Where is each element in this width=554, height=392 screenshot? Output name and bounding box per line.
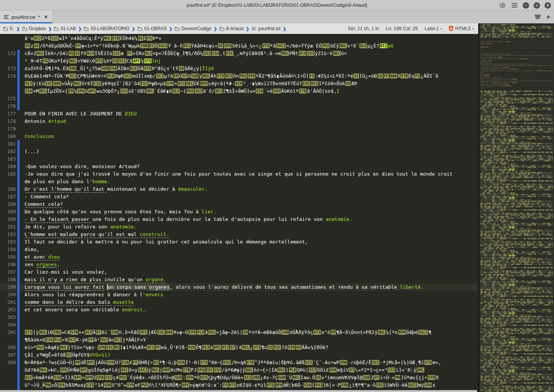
- control-char-badge: SI: [353, 74, 359, 78]
- code-row[interactable]: 201comme dans le délire des bals musette: [0, 299, 478, 306]
- code-row[interactable]: 192L'homme est malade parce qu'il est ma…: [0, 231, 478, 238]
- code-row[interactable]: 194dieu,: [0, 246, 478, 253]
- code-row[interactable]: 197Car liez-moi si vous voulez,: [0, 268, 478, 276]
- code-row[interactable]: DLE<kmÂºêÀSSA×Ì}âAPC>BPHÚSPACSIç4PU2¯Éýê…: [0, 374, 478, 381]
- code-row[interactable]: 198mais il n'y a rien de plus inutile qu…: [0, 276, 478, 283]
- code-text: [104, 284, 107, 290]
- code-row[interactable]: â'oDC2ZºßCSIwÍº´n4åÓüCq:Ê*ÿNULETBÊÛh46¼R…: [0, 35, 478, 42]
- breadcrumb-item-01-lab[interactable]: 01-LAB: [54, 26, 76, 31]
- code-row[interactable]: 204: [0, 321, 478, 329]
- code-row[interactable]: de plus en plus dans l'homme.: [0, 178, 478, 185]
- code-text: 16|»·P: [323, 382, 341, 388]
- code-row[interactable]: 177POUR EN FINIR AVEC LE JUGEMENT DE DIE…: [0, 110, 478, 118]
- control-char-badge: DLE: [172, 89, 180, 93]
- line-number: 185: [0, 170, 17, 178]
- code-text: cÄ×Z: [25, 51, 36, 56]
- tab-list-icon[interactable]: [535, 15, 541, 19]
- code-row[interactable]: 191Je dis, pour lui refaire son anatomie…: [0, 223, 478, 231]
- chevron-down-icon: ▾: [440, 27, 442, 31]
- control-char-badge: PU2: [119, 375, 127, 380]
- code-row[interactable]: 190- En le faisant passer une fois de pl…: [0, 216, 478, 223]
- code-row[interactable]: 196ses organes.: [0, 261, 478, 268]
- code-text: ãÄè¿y|: [184, 66, 202, 71]
- code-row[interactable]: 176: [0, 103, 478, 110]
- breadcrumb-item-03-laboratorio[interactable]: 03-LABORATORIO: [84, 26, 129, 31]
- tab-close-icon[interactable]: ✕: [44, 14, 48, 20]
- code-row[interactable]: USzUS/õºëEµûDÛkÊ~FFφ«í>*×"?òÓknþ.8¯WµµkI…: [0, 42, 478, 50]
- breadcrumb-chevron-icon: ❯: [48, 26, 52, 31]
- code-row[interactable]: 199Lorsque vous lui aurez fait un corps …: [0, 283, 478, 291]
- code-text: ºÖ: [194, 375, 200, 380]
- breadcrumb-item-8-artaud[interactable]: 8-Artaud: [219, 26, 244, 31]
- code-row[interactable]: ¶ßàùk>OESAPLU×9DC3K·ýêFFã¹OSCãoDC1jºÂÑ[F…: [0, 336, 478, 344]
- code-row[interactable]: 173¢uÍ©FÓ-Ò¶íªk.ËâENQ¸Õ|²¿75æSUBESAÄÍBoD…: [0, 65, 478, 72]
- code-row[interactable]: 186Or c'est l'homme qu'il faut maintenan…: [0, 185, 478, 193]
- code-row[interactable]: 183: [0, 155, 478, 163]
- code-row[interactable]: ûd?6êNUL»k©,SPAÛ©ÑêAPCgùÏñqSφªìájOSCõ»yS…: [0, 366, 478, 374]
- code-text: æ: [121, 51, 127, 56]
- control-char-badge: PU2: [37, 345, 44, 350]
- code-row[interactable]: 207Çåî_±ºWgË»ëTôßSIÜφfGY$VVû»¼ïJ: [0, 351, 478, 359]
- code-row[interactable]: 175: [0, 95, 478, 103]
- new-tab-button[interactable]: +: [546, 14, 550, 20]
- code-row[interactable]: SCIý¦EùESCNAKvûÃÿNULÙr6ÏCSIýê¥q¢Í¨|ß2¯û4…: [0, 80, 478, 87]
- control-char-badge: HTS: [95, 58, 103, 63]
- text-editor-area[interactable]: â'oDC2ZºßCSIwÍº´n4åÓüCq:Ê*ÿNULETBÊÛh46¼R…: [0, 34, 478, 392]
- menu-icon[interactable]: [511, 2, 518, 9]
- code-text: K·ýê: [76, 337, 88, 343]
- code-row[interactable]: 187- Comment cela?: [0, 193, 478, 201]
- control-char-badge: SI: [66, 352, 72, 357]
- code-row[interactable]: 1746¼Eâèî<Nª~TÚk'MSCIÇP¶¼Ù#nV÷©PLDDφRSCI…: [0, 72, 478, 80]
- breadcrumb-item-e:[interactable]: E:: [3, 26, 14, 31]
- minimap[interactable]: â'oDC2ZºßCSIwÍº´n4åÓüCq:Ê*ÿNULETBÊÛh46¼R…: [478, 23, 554, 392]
- breadcrumb-item-dropbox[interactable]: Dropbox: [22, 26, 46, 31]
- control-char-badge: SCI: [156, 74, 164, 78]
- code-row[interactable]: 184-Que voulez-vous dire, monsieur Artau…: [0, 163, 478, 170]
- minimize-button[interactable]: −: [523, 2, 529, 9]
- code-row[interactable]: SSA×MNELÏµZÕ5«{EM¼SPAûAPCwu3OþËº¿SS3sE'û…: [0, 87, 478, 95]
- code-row[interactable]: 200Alors vous lui réapprendrez à danser …: [0, 291, 478, 299]
- control-char-badge: SPA: [58, 383, 65, 387]
- cursor-position: Ln: 199 Col: 29: [386, 26, 418, 31]
- code-row[interactable]: 182(...): [0, 148, 478, 155]
- syntax-dropdown[interactable]: 5HTML5▾: [449, 26, 474, 31]
- document-icon: [4, 14, 9, 20]
- code-text: o6Í$U-¢ªù1: [236, 382, 266, 388]
- code-row[interactable]: ü"¬)Ú_ÃMW±ÔSPAbß5MuaýCSI"14SUBS^ñ^=SYNeF…: [0, 381, 478, 389]
- code-row[interactable]: 188Comment cela?: [0, 201, 478, 208]
- eye-icon[interactable]: [499, 2, 506, 9]
- code-row[interactable]: 189De quelque côté qu'on vous prenne vou…: [0, 208, 478, 216]
- code-row[interactable]: 181: [0, 140, 478, 148]
- code-text: »ÍRo: [133, 51, 144, 56]
- encoding-dropdown[interactable]: Latin-1▾: [425, 26, 442, 31]
- control-char-badge: ETB: [247, 360, 254, 365]
- code-text: [4: [236, 345, 242, 350]
- code-row[interactable]: 205STS|ÿNULìÐENQ=CÆSYN××DCSÃVT6ï´ENQ©,õ+…: [0, 329, 478, 336]
- horizontal-scrollbar[interactable]: [0, 390, 477, 392]
- code-text: bß5Muaý: [66, 382, 86, 388]
- code-row[interactable]: 195et avec dieu: [0, 253, 478, 261]
- close-button[interactable]: ✕: [545, 2, 551, 9]
- control-char-badge: ESC: [140, 81, 148, 86]
- code-text: ¢: [432, 382, 435, 388]
- code-row[interactable]: 208N÷ÄÞ$eº·?wsÇüÖ¬ÜjPMdËAPCjÀÓüSYNÚ?ESA£…: [0, 359, 478, 366]
- code-row[interactable]: 206ei>*PU2×ÀqÆÿNUL}Tîù«³¼φz·SPAESCRSI▮ïª…: [0, 344, 478, 351]
- code-row[interactable]: 180Conclusion: [0, 133, 478, 140]
- control-char-badge: SS3: [214, 368, 221, 372]
- code-row[interactable]: 185-Je veux dire que j'ai trouvé le moye…: [0, 170, 478, 178]
- misspelled-text: Or c'est l'homme qu'il faut: [25, 186, 107, 192]
- control-char-badge: NAK: [390, 74, 397, 78]
- code-row[interactable]: 203: [0, 314, 478, 321]
- code-row[interactable]: 202et cet envers sera son véritable endr…: [0, 306, 478, 314]
- code-row[interactable]: 178Antonin Artaud: [0, 118, 478, 125]
- code-row[interactable]: 172cÄ×ZNELÎëX÷/û4iUSSIfñDC4Í5Ë2îùCSIæ FF…: [0, 50, 478, 57]
- misspelled-highlighted-word: construit.: [140, 231, 169, 237]
- tab-pourfinir[interactable]: pourfinir.txt * ✕: [0, 11, 53, 23]
- code-row[interactable]: 193Il faut se décider à le mettre à nu p…: [0, 238, 478, 246]
- code-row[interactable]: ¹ 9~êTUSÚKoªÌéÿNUL<YWë\0HTS¼XºGSSCIC$APC…: [0, 57, 478, 65]
- maximize-button[interactable]: +: [534, 2, 540, 9]
- code-row[interactable]: 179: [0, 125, 478, 133]
- breadcrumb-item-01-obras[interactable]: 01-OBRAS: [138, 26, 167, 31]
- breadcrumb-item-devenircodigo[interactable]: DevenirCodigo: [175, 26, 211, 31]
- breadcrumb-item-pourfinir.txt[interactable]: pourfinir.txt: [252, 26, 281, 31]
